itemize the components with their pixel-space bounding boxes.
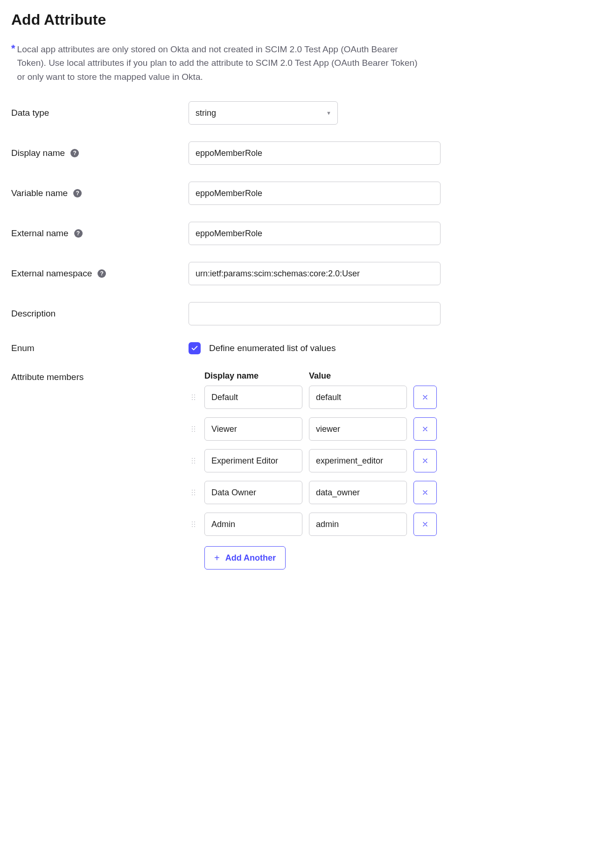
member-row xyxy=(189,449,441,472)
add-another-button[interactable]: + Add Another xyxy=(204,546,286,570)
display-name-label: Display name xyxy=(11,148,65,158)
close-icon xyxy=(421,425,429,433)
external-namespace-input[interactable] xyxy=(189,262,441,285)
enum-label: Enum xyxy=(11,343,35,353)
member-row xyxy=(189,386,441,409)
variable-name-input[interactable] xyxy=(189,182,441,205)
help-icon[interactable]: ? xyxy=(73,189,82,197)
drag-handle-icon[interactable] xyxy=(189,458,198,464)
page-title: Add Attribute xyxy=(11,11,605,28)
member-row xyxy=(189,417,441,441)
member-value-input[interactable] xyxy=(309,481,407,504)
info-text: * Local app attributes are only stored o… xyxy=(11,42,422,84)
variable-name-label: Variable name xyxy=(11,188,68,198)
drag-handle-icon[interactable] xyxy=(189,426,198,432)
data-type-select[interactable] xyxy=(189,101,338,125)
data-type-label: Data type xyxy=(11,108,49,118)
drag-handle-icon[interactable] xyxy=(189,490,198,495)
help-icon[interactable]: ? xyxy=(98,269,106,278)
member-row xyxy=(189,481,441,504)
asterisk-icon: * xyxy=(11,42,15,55)
external-namespace-label: External namespace xyxy=(11,268,92,279)
checkmark-icon xyxy=(191,345,198,352)
enum-checkbox-label: Define enumerated list of values xyxy=(209,343,336,353)
member-display-input[interactable] xyxy=(204,417,302,441)
members-header-display: Display name xyxy=(204,371,302,381)
close-icon xyxy=(421,394,429,401)
plus-icon: + xyxy=(214,553,220,563)
members-header-value: Value xyxy=(309,371,407,381)
remove-member-button[interactable] xyxy=(413,449,437,472)
close-icon xyxy=(421,457,429,464)
member-display-input[interactable] xyxy=(204,513,302,536)
drag-handle-icon[interactable] xyxy=(189,521,198,527)
help-icon[interactable]: ? xyxy=(70,149,79,157)
enum-checkbox[interactable] xyxy=(189,342,201,354)
member-value-input[interactable] xyxy=(309,417,407,441)
external-name-label: External name xyxy=(11,228,69,239)
member-value-input[interactable] xyxy=(309,386,407,409)
member-display-input[interactable] xyxy=(204,449,302,472)
member-value-input[interactable] xyxy=(309,513,407,536)
member-value-input[interactable] xyxy=(309,449,407,472)
remove-member-button[interactable] xyxy=(413,386,437,409)
external-name-input[interactable] xyxy=(189,222,441,245)
info-text-content: Local app attributes are only stored on … xyxy=(17,42,422,84)
close-icon xyxy=(421,520,429,528)
display-name-input[interactable] xyxy=(189,141,441,165)
description-label: Description xyxy=(11,309,56,319)
member-display-input[interactable] xyxy=(204,481,302,504)
remove-member-button[interactable] xyxy=(413,481,437,504)
description-input[interactable] xyxy=(189,302,441,325)
drag-handle-icon[interactable] xyxy=(189,394,198,400)
close-icon xyxy=(421,489,429,496)
remove-member-button[interactable] xyxy=(413,513,437,536)
member-row xyxy=(189,513,441,536)
help-icon[interactable]: ? xyxy=(74,229,83,238)
remove-member-button[interactable] xyxy=(413,417,437,441)
add-another-label: Add Another xyxy=(225,553,276,563)
member-display-input[interactable] xyxy=(204,386,302,409)
attribute-members-label: Attribute members xyxy=(11,372,84,382)
